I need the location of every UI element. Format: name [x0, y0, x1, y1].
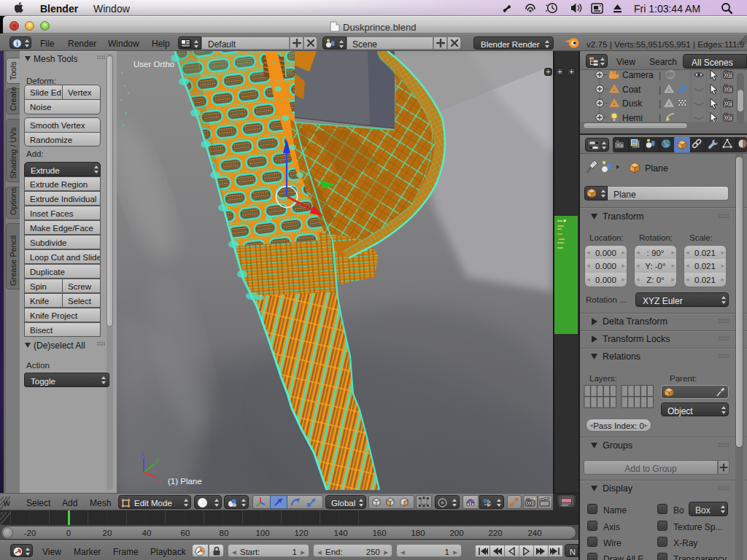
svg-text:(1) Plane: (1) Plane: [168, 477, 202, 486]
svg-text:|: |: [659, 98, 661, 109]
svg-text:User Ortho: User Ortho: [133, 60, 174, 69]
svg-text:i: i: [16, 39, 18, 47]
svg-text:x: x: [158, 477, 161, 484]
svg-text:Camera: Camera: [622, 70, 654, 80]
svg-text:y: y: [155, 456, 159, 464]
svg-text:Coat: Coat: [622, 85, 641, 95]
svg-text:z: z: [141, 451, 144, 458]
svg-text:|: |: [659, 70, 661, 80]
svg-text:|: |: [659, 85, 661, 95]
svg-text:Dusk: Dusk: [622, 98, 643, 109]
